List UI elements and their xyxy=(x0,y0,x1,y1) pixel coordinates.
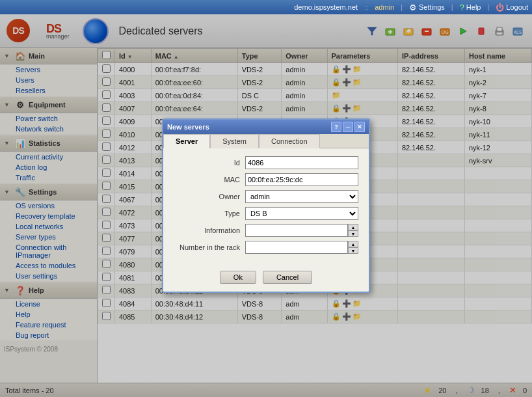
id-label: Id xyxy=(174,159,245,167)
rack-spin-down[interactable]: ▼ xyxy=(348,247,358,254)
id-field xyxy=(245,156,358,169)
rack-input[interactable] xyxy=(245,241,348,254)
top-bar: demo.ispsystem.net :: admin | ⚙ Settings… xyxy=(0,0,532,14)
form-row-mac: MAC xyxy=(174,173,358,186)
cancel-button[interactable]: Cancel xyxy=(263,271,312,284)
form-row-rack: Number in the rack ▲ ▼ xyxy=(174,241,358,254)
information-input[interactable] xyxy=(245,224,348,237)
form-row-owner: Owner admin xyxy=(174,190,358,203)
mac-label: MAC xyxy=(174,176,245,184)
user-label: admin xyxy=(375,3,394,11)
tab-connection[interactable]: Connection xyxy=(259,134,320,148)
id-input[interactable] xyxy=(245,156,358,169)
rack-spin-up[interactable]: ▲ xyxy=(348,241,358,247)
modal-title-buttons: ? ─ ✕ xyxy=(331,122,365,132)
settings-link[interactable]: ⚙ Settings xyxy=(409,3,445,12)
owner-label: Owner xyxy=(174,193,245,200)
modal-overlay: New servers ? ─ ✕ Server System Connecti… xyxy=(0,14,532,397)
owner-field: admin xyxy=(245,190,358,203)
form-row-information: Information ▲ ▼ xyxy=(174,224,358,237)
modal-titlebar: New servers ? ─ ✕ xyxy=(163,120,369,134)
new-servers-modal: New servers ? ─ ✕ Server System Connecti… xyxy=(162,118,370,293)
form-row-id: Id xyxy=(174,156,358,169)
mac-input[interactable] xyxy=(245,173,358,186)
modal-tabs: Server System Connection xyxy=(163,134,369,148)
information-spin-down[interactable]: ▼ xyxy=(348,230,358,237)
mac-field xyxy=(245,173,358,186)
rack-field: ▲ ▼ xyxy=(245,241,358,254)
tab-system[interactable]: System xyxy=(210,134,259,148)
modal-footer: Ok Cancel xyxy=(163,266,369,292)
type-field: DS B DS C VDS-2 VDS-4 VDS-8 xyxy=(245,207,358,220)
information-field: ▲ ▼ xyxy=(245,224,358,237)
modal-title: New servers xyxy=(167,123,331,131)
modal-help-button[interactable]: ? xyxy=(331,122,341,132)
information-spin-up[interactable]: ▲ xyxy=(348,224,358,230)
modal-body: Id MAC Owner admin xyxy=(163,148,369,266)
logout-link[interactable]: ⏻ Logout xyxy=(496,3,528,12)
information-label: Information xyxy=(174,226,245,234)
modal-minimize-button[interactable]: ─ xyxy=(343,122,353,132)
ok-button[interactable]: Ok xyxy=(220,271,256,284)
site-link[interactable]: demo.ispsystem.net xyxy=(294,3,358,11)
owner-select[interactable]: admin xyxy=(245,190,358,203)
tab-server[interactable]: Server xyxy=(163,134,210,148)
type-label: Type xyxy=(174,210,245,217)
rack-label: Number in the rack xyxy=(174,243,245,251)
modal-close-button[interactable]: ✕ xyxy=(354,122,365,132)
help-link[interactable]: ? Help xyxy=(460,3,481,12)
form-row-type: Type DS B DS C VDS-2 VDS-4 VDS-8 xyxy=(174,207,358,220)
type-select[interactable]: DS B DS C VDS-2 VDS-4 VDS-8 xyxy=(245,207,358,220)
